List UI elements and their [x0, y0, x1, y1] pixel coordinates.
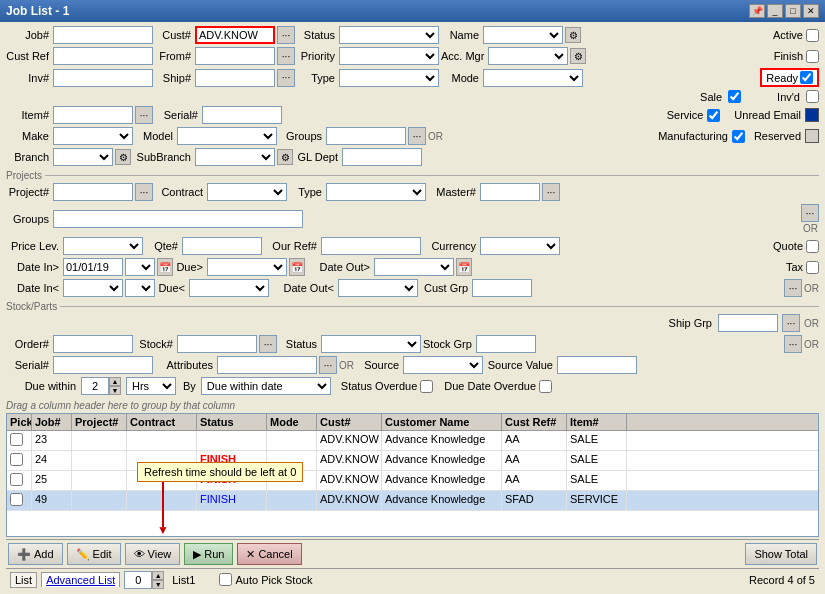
- advanced-list-tab[interactable]: Advanced List: [41, 572, 120, 587]
- groups2-dots-btn[interactable]: ···: [801, 204, 819, 222]
- duewithin-up-btn[interactable]: ▲: [109, 377, 121, 386]
- contract-select[interactable]: [207, 183, 287, 201]
- statusoverdue-checkbox[interactable]: [420, 380, 433, 393]
- show-total-button[interactable]: Show Total: [745, 543, 817, 565]
- list-tab[interactable]: List: [10, 572, 37, 588]
- attributes-dots-btn[interactable]: ···: [319, 356, 337, 374]
- type2-select[interactable]: [326, 183, 426, 201]
- list-spinner-down-btn[interactable]: ▼: [152, 580, 164, 589]
- job-input[interactable]: [53, 26, 153, 44]
- master-input[interactable]: [480, 183, 540, 201]
- from-dots-btn[interactable]: ···: [277, 47, 295, 65]
- ship-input[interactable]: [195, 69, 275, 87]
- order-input[interactable]: [53, 335, 133, 353]
- dateoutlt-select[interactable]: [338, 279, 418, 297]
- model-select[interactable]: [177, 127, 277, 145]
- duedateoverdue-checkbox[interactable]: [539, 380, 552, 393]
- name-select[interactable]: [483, 26, 563, 44]
- invd-checkbox[interactable]: [806, 90, 819, 103]
- currency-select[interactable]: [480, 237, 560, 255]
- dateinlt-select[interactable]: [63, 279, 123, 297]
- edit-button[interactable]: ✏️ Edit: [67, 543, 121, 565]
- subbranch-select[interactable]: [195, 148, 275, 166]
- shipgrp-input[interactable]: [718, 314, 778, 332]
- cell-pick[interactable]: [7, 431, 32, 450]
- datein-cal-btn[interactable]: 📅: [157, 258, 173, 276]
- ship-dots-btn[interactable]: ···: [277, 69, 295, 87]
- accmgr-gear-btn[interactable]: ⚙: [570, 48, 586, 64]
- active-checkbox[interactable]: [806, 29, 819, 42]
- autopick-checkbox[interactable]: [219, 573, 232, 586]
- datein-input[interactable]: [63, 258, 123, 276]
- dateout-cal-btn[interactable]: 📅: [456, 258, 472, 276]
- due-select[interactable]: [207, 258, 287, 276]
- master-dots-btn[interactable]: ···: [542, 183, 560, 201]
- cust-input[interactable]: [195, 26, 275, 44]
- close-button[interactable]: ✕: [803, 4, 819, 18]
- custref-input[interactable]: [53, 47, 153, 65]
- groups2-input[interactable]: [53, 210, 303, 228]
- table-row[interactable]: 23 ADV.KNOW Advance Knowledge AA SALE: [7, 431, 818, 451]
- cell-pick[interactable]: [7, 471, 32, 490]
- datein-select[interactable]: [125, 258, 155, 276]
- row-checkbox[interactable]: [10, 493, 23, 506]
- pin-button[interactable]: 📌: [749, 4, 765, 18]
- status-select[interactable]: [339, 26, 439, 44]
- branch-select[interactable]: [53, 148, 113, 166]
- project-dots-btn[interactable]: ···: [135, 183, 153, 201]
- by-select[interactable]: Due within date: [201, 377, 331, 395]
- run-button[interactable]: ▶ Run: [184, 543, 233, 565]
- hrs-select[interactable]: Hrs: [126, 377, 176, 395]
- item-input[interactable]: [53, 106, 133, 124]
- stockgrp-input[interactable]: [476, 335, 536, 353]
- manufacturing-checkbox[interactable]: [732, 130, 745, 143]
- due-cal-btn[interactable]: 📅: [289, 258, 305, 276]
- add-button[interactable]: ➕ Add: [8, 543, 63, 565]
- duewithin-down-btn[interactable]: ▼: [109, 386, 121, 395]
- stockgrp-dots-btn[interactable]: ···: [784, 335, 802, 353]
- shipgrp-dots-btn[interactable]: ···: [782, 314, 800, 332]
- tax-checkbox[interactable]: [806, 261, 819, 274]
- branch-gear-btn[interactable]: ⚙: [115, 149, 131, 165]
- groups-dots-btn[interactable]: ···: [408, 127, 426, 145]
- stock-dots-btn[interactable]: ···: [259, 335, 277, 353]
- sale-checkbox[interactable]: [728, 90, 741, 103]
- view-button[interactable]: 👁 View: [125, 543, 181, 565]
- table-row[interactable]: 25 FINISH ADV.KNOW Advance Knowledge AA …: [7, 471, 818, 491]
- dateinlt-select2[interactable]: [125, 279, 155, 297]
- duelt-select[interactable]: [189, 279, 269, 297]
- ready-checkbox[interactable]: [800, 71, 813, 84]
- quote-checkbox[interactable]: [806, 240, 819, 253]
- groups-input[interactable]: [326, 127, 406, 145]
- row-checkbox[interactable]: [10, 433, 23, 446]
- attributes-input[interactable]: [217, 356, 317, 374]
- custgrp-dots-btn[interactable]: ···: [784, 279, 802, 297]
- cell-pick[interactable]: [7, 491, 32, 510]
- minimize-button[interactable]: _: [767, 4, 783, 18]
- row-checkbox[interactable]: [10, 473, 23, 486]
- priority-select[interactable]: [339, 47, 439, 65]
- serial-input[interactable]: [202, 106, 282, 124]
- pricelev-select[interactable]: [63, 237, 143, 255]
- sourcevalue-input[interactable]: [557, 356, 637, 374]
- row-checkbox[interactable]: [10, 453, 23, 466]
- mode-select[interactable]: [483, 69, 583, 87]
- inv-input[interactable]: [53, 69, 153, 87]
- cancel-button[interactable]: ✕ Cancel: [237, 543, 301, 565]
- cell-pick[interactable]: [7, 451, 32, 470]
- cust-dots-btn[interactable]: ···: [277, 26, 295, 44]
- finish-checkbox[interactable]: [806, 50, 819, 63]
- make-select[interactable]: [53, 127, 133, 145]
- table-row[interactable]: 49 FINISH ADV.KNOW Advance Knowledge SFA…: [7, 491, 818, 511]
- custgrp-input[interactable]: [472, 279, 532, 297]
- name-gear-btn[interactable]: ⚙: [565, 27, 581, 43]
- list-spinner-input[interactable]: [124, 571, 152, 589]
- ourref-input[interactable]: [321, 237, 421, 255]
- source-select[interactable]: [403, 356, 483, 374]
- project-input[interactable]: [53, 183, 133, 201]
- dateout-select[interactable]: [374, 258, 454, 276]
- status2-select[interactable]: [321, 335, 421, 353]
- table-row[interactable]: 24 FINISH ADV.KNOW Advance Knowledge AA …: [7, 451, 818, 471]
- item-dots-btn[interactable]: ···: [135, 106, 153, 124]
- accmgr-select[interactable]: [488, 47, 568, 65]
